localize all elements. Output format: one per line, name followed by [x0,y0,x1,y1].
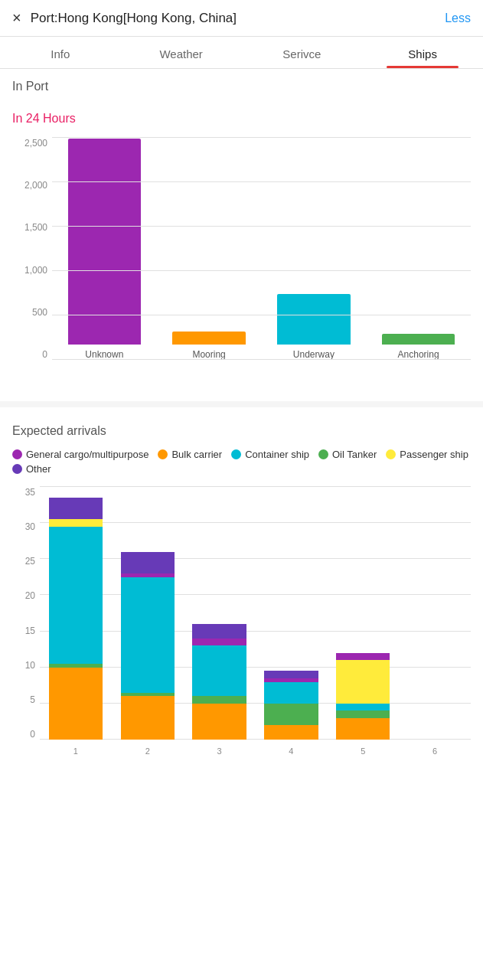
less-button[interactable]: Less [445,11,471,25]
legend-dot-container-ship [231,449,241,459]
stacked-bar-5 [327,487,399,740]
legend-container-ship: Container ship [231,449,309,460]
in24-bar-chart: 0 500 1,000 1,500 2,000 2,500 Unknown [12,138,471,383]
legend-other: Other [12,463,51,475]
tab-ships[interactable]: Ships [362,37,483,68]
in-24-hours-label: In 24 Hours [0,98,483,132]
stacked-bar-4 [255,487,327,740]
stacked-chart-container: 0 5 10 15 20 25 30 35 [0,481,483,775]
legend-dot-bulk-carrier [158,449,168,459]
legend-general-cargo: General cargo/multipurpose [12,449,148,460]
y-axis: 0 500 1,000 1,500 2,000 2,500 [12,138,52,360]
tab-info[interactable]: Info [0,37,121,68]
page-title: Port:Hong Kong[Hong Kong, China] [31,11,445,26]
legend-dot-other [12,464,22,474]
legend-passenger-ship: Passenger ship [386,449,468,460]
legend-oil-tanker: Oil Tanker [318,449,377,460]
legend-dot-passenger-ship [386,449,396,459]
tab-service[interactable]: Serivce [242,37,363,68]
stacked-bar-6 [399,487,471,740]
stacked-bar-3 [184,487,256,740]
legend-bulk-carrier: Bulk carrier [158,449,222,460]
stacked-chart-wrapper: 0 5 10 15 20 25 30 35 [12,487,471,763]
legend: General cargo/multipurpose Bulk carrier … [0,446,483,481]
bar-chart-container: 0 500 1,000 1,500 2,000 2,500 Unknown [0,132,483,395]
stacked-bar-1 [40,487,112,740]
stacked-bar-2 [112,487,184,740]
legend-dot-oil-tanker [318,449,328,459]
tab-weather[interactable]: Weather [121,37,242,68]
stacked-x-labels: 1 2 3 4 5 6 [40,740,471,763]
grid-lines [52,138,471,360]
expected-arrivals-label: Expected arrivals [0,413,483,446]
legend-dot-general-cargo [12,449,22,459]
header: × Port:Hong Kong[Hong Kong, China] Less [0,0,483,37]
close-button[interactable]: × [12,9,21,27]
stacked-bars-area [40,487,471,740]
tabs-bar: Info Weather Serivce Ships [0,37,483,69]
stacked-y-axis: 0 5 10 15 20 25 30 35 [12,487,40,740]
in-port-label: In Port [0,69,483,98]
section-divider [0,401,483,407]
